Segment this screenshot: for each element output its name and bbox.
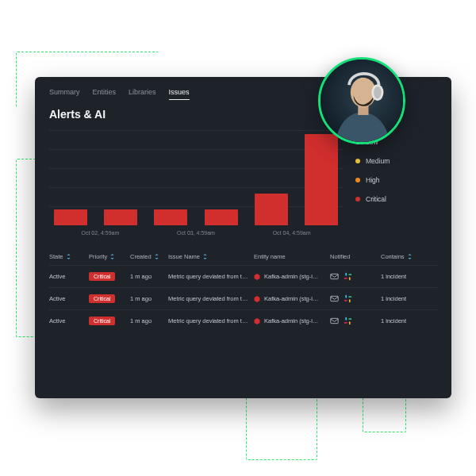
svg-marker-12	[255, 318, 260, 324]
svg-rect-14	[345, 317, 347, 321]
priority-badge: Critical	[89, 317, 115, 325]
column-label: Entity name	[254, 253, 286, 260]
cell-entity: Kafka-admin (stg-i…	[254, 295, 327, 302]
cell-created: 1 m ago	[130, 295, 165, 302]
svg-marker-0	[255, 274, 260, 280]
column-label: Created	[130, 253, 152, 260]
entity-label: Kafka-admin (stg-i…	[264, 273, 318, 280]
svg-marker-6	[255, 296, 260, 302]
svg-point-22	[374, 86, 381, 98]
legend-dot-icon	[355, 197, 360, 202]
x-axis-label: Oct 02, 4:59am	[53, 230, 148, 236]
column-label: State	[49, 253, 63, 260]
chart-gridlines	[49, 130, 343, 225]
tab-issues[interactable]: Issues	[169, 88, 190, 100]
sort-icon	[109, 254, 115, 259]
cell-contains: 1 incident	[381, 317, 422, 324]
cell-created: 1 m ago	[130, 273, 165, 280]
legend-label: Medium	[366, 157, 390, 165]
chart-bar[interactable]	[154, 209, 187, 225]
cell-priority: Critical	[89, 294, 127, 303]
table-row[interactable]: ActiveCritical1 m agoMetric query deviat…	[49, 265, 437, 287]
entity-label: Kafka-admin (stg-i…	[264, 317, 318, 324]
cell-notified	[330, 294, 378, 303]
cell-issue-name: Metric query deviated from t…	[168, 295, 251, 302]
column-label: Issue Name	[168, 253, 200, 260]
priority-badge: Critical	[89, 294, 115, 303]
chart-bar[interactable]	[305, 134, 338, 225]
slack-icon[interactable]	[344, 272, 352, 281]
cell-entity: Kafka-admin (stg-i…	[254, 317, 327, 324]
cell-contains: 1 incident	[381, 273, 422, 280]
avatar-illustration	[321, 60, 403, 142]
legend-item-high[interactable]: High	[355, 176, 390, 184]
legend-label: Critical	[366, 195, 386, 203]
svg-rect-11	[348, 296, 351, 298]
hexagon-icon	[254, 274, 260, 280]
svg-rect-3	[349, 277, 351, 280]
legend-item-medium[interactable]: Medium	[355, 157, 390, 165]
sort-icon	[202, 254, 208, 259]
svg-rect-7	[331, 296, 338, 301]
chart-area: Oct 02, 4:59amOct 03, 4:59amOct 04, 4:59…	[49, 130, 437, 236]
decorative-dashed-box-bottom-1	[246, 389, 317, 460]
svg-rect-5	[348, 274, 351, 275]
sort-icon	[407, 254, 413, 259]
mail-icon[interactable]	[330, 317, 339, 325]
svg-rect-9	[349, 299, 351, 302]
x-axis-label: Oct 03, 4:59am	[149, 230, 244, 236]
entity-label: Kafka-admin (stg-i…	[264, 295, 318, 302]
column-header-issue-name[interactable]: Issue Name	[168, 253, 251, 260]
column-header-contains[interactable]: Contains	[381, 253, 422, 260]
svg-rect-2	[345, 273, 347, 276]
slack-icon[interactable]	[344, 317, 352, 325]
issues-table: StatePriorityCreatedIssue NameEntity nam…	[49, 253, 437, 332]
tab-entities[interactable]: Entities	[93, 88, 117, 100]
legend-dot-icon	[355, 178, 360, 182]
legend-label: High	[366, 176, 379, 184]
cell-contains: 1 incident	[381, 295, 422, 302]
svg-rect-8	[345, 295, 347, 298]
chart-bar[interactable]	[54, 209, 87, 225]
slack-icon[interactable]	[344, 294, 352, 303]
svg-rect-1	[331, 274, 338, 278]
svg-rect-15	[349, 321, 351, 324]
cell-created: 1 m ago	[130, 317, 165, 324]
tab-libraries[interactable]: Libraries	[129, 88, 156, 100]
chart-legend: LowMediumHighCritical	[355, 138, 390, 236]
column-label: Priority	[89, 253, 107, 260]
svg-rect-4	[344, 278, 347, 279]
priority-badge: Critical	[89, 272, 115, 281]
svg-rect-17	[348, 318, 351, 320]
chart-bar[interactable]	[104, 209, 137, 225]
svg-rect-10	[344, 300, 347, 301]
legend-item-critical[interactable]: Critical	[355, 195, 390, 203]
table-row[interactable]: ActiveCritical1 m agoMetric query deviat…	[49, 287, 437, 309]
column-label: Notified	[330, 253, 350, 260]
mail-icon[interactable]	[330, 272, 339, 281]
x-axis-label: Oct 04, 4:59am	[244, 230, 339, 236]
column-header-notified: Notified	[330, 253, 378, 260]
cell-issue-name: Metric query deviated from t…	[168, 317, 251, 324]
column-header-priority[interactable]: Priority	[89, 253, 127, 260]
svg-rect-16	[344, 322, 347, 324]
table-row[interactable]: ActiveCritical1 m agoMetric query deviat…	[49, 309, 437, 332]
hexagon-icon	[254, 296, 260, 302]
column-header-entity-name: Entity name	[254, 253, 327, 260]
chart-bar[interactable]	[255, 194, 288, 225]
legend-dot-icon	[355, 159, 360, 163]
cell-state: Active	[49, 295, 86, 302]
cell-state: Active	[49, 317, 86, 324]
cell-state: Active	[49, 273, 86, 280]
chart-bar[interactable]	[205, 209, 238, 225]
cell-entity: Kafka-admin (stg-i…	[254, 273, 327, 280]
cell-issue-name: Metric query deviated from t…	[168, 273, 251, 280]
column-label: Contains	[381, 253, 405, 260]
column-header-created[interactable]: Created	[130, 253, 165, 260]
mail-icon[interactable]	[330, 294, 339, 303]
hexagon-icon	[254, 318, 260, 324]
sort-icon	[154, 254, 159, 259]
table-header-row: StatePriorityCreatedIssue NameEntity nam…	[49, 253, 437, 265]
tab-summary[interactable]: Summary	[49, 88, 80, 100]
column-header-state[interactable]: State	[49, 253, 86, 260]
